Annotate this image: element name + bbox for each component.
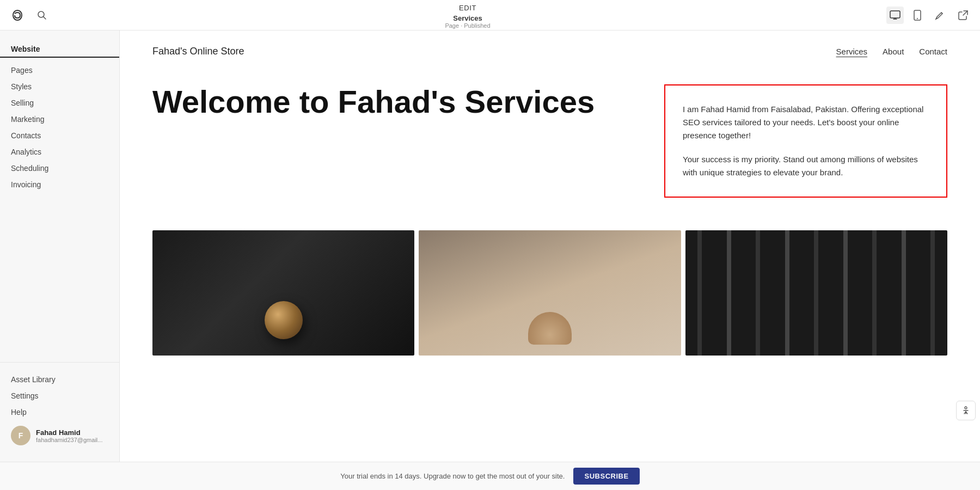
- line-6: [843, 230, 848, 356]
- sidebar-item-scheduling[interactable]: Scheduling: [0, 160, 119, 176]
- sidebar-item-pages[interactable]: Pages: [0, 62, 119, 78]
- line-3: [756, 230, 760, 356]
- page-title: Services: [453, 14, 482, 22]
- bottom-bar: Your trial ends in 14 days. Upgrade now …: [0, 462, 980, 490]
- gallery-image-1: [152, 230, 414, 356]
- hero-left: Welcome to Fahad's Services: [152, 84, 642, 119]
- line-8: [902, 230, 906, 356]
- topbar-left: [9, 7, 49, 24]
- sidebar-item-marketing[interactable]: Marketing: [0, 111, 119, 127]
- sidebar-item-settings[interactable]: Settings: [0, 388, 119, 404]
- desktop-view-button[interactable]: [886, 7, 904, 24]
- hero-section: Welcome to Fahad's Services I am Fahad H…: [120, 68, 980, 230]
- line-9: [930, 230, 935, 356]
- mobile-view-button[interactable]: [910, 7, 924, 24]
- svg-line-8: [941, 13, 942, 14]
- topbar-center: EDIT Services Page · Published: [445, 2, 490, 29]
- sphere-decoration: [265, 301, 303, 339]
- user-info: Fahad Hamid fahadhamid237@gmail...: [36, 428, 102, 443]
- line-4: [785, 230, 789, 356]
- nav-item-about[interactable]: About: [883, 47, 904, 56]
- svg-point-10: [965, 407, 967, 409]
- nav-item-contact[interactable]: Contact: [919, 47, 947, 56]
- line-2: [727, 230, 731, 356]
- user-email: fahadhamid237@gmail...: [36, 437, 102, 443]
- gallery-section: [120, 230, 980, 356]
- line-5: [814, 230, 818, 356]
- accessibility-icon-button[interactable]: [956, 401, 976, 420]
- sidebar-bottom: Asset Library Settings Help F Fahad Hami…: [0, 362, 119, 451]
- site-brand: Fahad's Online Store: [152, 46, 244, 57]
- topbar: EDIT Services Page · Published: [0, 0, 980, 30]
- svg-line-9: [963, 11, 967, 15]
- right-edge-icons: [952, 396, 980, 425]
- search-button[interactable]: [35, 8, 49, 22]
- sidebar-item-contacts[interactable]: Contacts: [0, 127, 119, 144]
- page-status: Page · Published: [445, 22, 490, 29]
- preview-area: Fahad's Online Store Services About Cont…: [120, 30, 980, 462]
- squarespace-logo[interactable]: [9, 7, 26, 24]
- sidebar-item-selling[interactable]: Selling: [0, 95, 119, 111]
- svg-rect-0: [9, 7, 26, 24]
- main-layout: Website Pages Styles Selling Marketing C…: [0, 30, 980, 462]
- subscribe-button[interactable]: SUBSCRIBE: [573, 468, 639, 485]
- sidebar-item-help[interactable]: Help: [0, 404, 119, 420]
- gallery-image-2: [419, 230, 681, 356]
- nav-item-services[interactable]: Services: [836, 47, 868, 56]
- site-header: Fahad's Online Store Services About Cont…: [120, 30, 980, 68]
- line-7: [872, 230, 877, 356]
- svg-point-7: [917, 18, 918, 19]
- hero-title: Welcome to Fahad's Services: [152, 84, 642, 119]
- line-1: [697, 230, 702, 356]
- svg-line-2: [44, 16, 46, 19]
- trial-text: Your trial ends in 14 days. Upgrade now …: [340, 472, 565, 480]
- avatar: F: [11, 426, 30, 445]
- gallery-image-3: [685, 230, 947, 356]
- hero-text-box: I am Fahad Hamid from Faisalabad, Pakist…: [664, 84, 947, 198]
- sidebar-item-styles[interactable]: Styles: [0, 78, 119, 95]
- site-nav: Services About Contact: [836, 47, 947, 56]
- external-link-button[interactable]: [955, 7, 971, 23]
- hero-paragraph-2: Your success is my priority. Stand out a…: [683, 153, 929, 179]
- user-profile[interactable]: F Fahad Hamid fahadhamid237@gmail...: [0, 420, 119, 451]
- sidebar-item-invoicing[interactable]: Invoicing: [0, 176, 119, 193]
- edit-button[interactable]: EDIT: [455, 2, 481, 14]
- sidebar-main-label[interactable]: Website: [0, 41, 119, 58]
- sidebar: Website Pages Styles Selling Marketing C…: [0, 30, 120, 462]
- hero-paragraph-1: I am Fahad Hamid from Faisalabad, Pakist…: [683, 103, 929, 142]
- edit-pen-button[interactable]: [931, 7, 948, 24]
- topbar-right: [886, 7, 971, 24]
- sidebar-item-analytics[interactable]: Analytics: [0, 144, 119, 160]
- sidebar-item-asset-library[interactable]: Asset Library: [0, 371, 119, 388]
- user-name: Fahad Hamid: [36, 428, 102, 437]
- chair-decoration: [528, 312, 572, 345]
- svg-rect-3: [890, 11, 900, 18]
